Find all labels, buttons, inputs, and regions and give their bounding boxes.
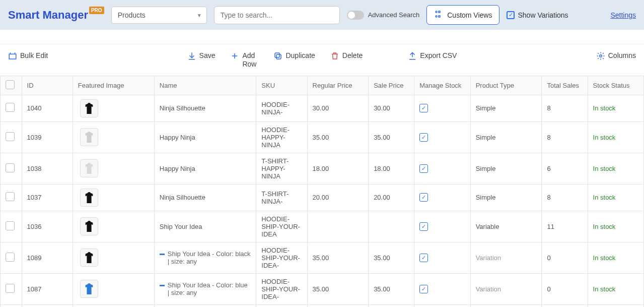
row-checkbox[interactable] — [6, 253, 15, 262]
cell-regular-price[interactable]: 35.00 — [313, 254, 329, 262]
cell-product-type[interactable]: Simple — [476, 134, 496, 141]
cell-stock-status[interactable]: In stock — [593, 165, 616, 172]
manage-stock-checkbox[interactable]: ✓ — [419, 285, 428, 293]
cell-name[interactable]: Ship Your Idea - Color: blue | size: any — [168, 281, 251, 296]
show-variations-checkbox[interactable]: ✓ — [507, 11, 515, 19]
cell-id[interactable]: 1038 — [27, 165, 42, 172]
cell-total-sales[interactable]: 6 — [547, 165, 550, 172]
custom-views-button[interactable]: Custom Views — [426, 5, 499, 25]
cell-id[interactable]: 1040 — [27, 104, 42, 112]
cell-sale-price[interactable]: 30.00 — [374, 104, 390, 112]
cell-regular-price[interactable]: 30.00 — [313, 104, 329, 112]
manage-stock-checkbox[interactable]: ✓ — [419, 133, 428, 142]
add-row-button[interactable]: Add Row — [230, 51, 258, 69]
cell-sale-price[interactable]: 18.00 — [374, 165, 390, 172]
cell-product-type[interactable]: Simple — [476, 194, 496, 201]
columns-button[interactable]: Columns — [596, 51, 636, 60]
col-name[interactable]: Name — [154, 76, 256, 95]
cell-id[interactable]: 1089 — [27, 254, 42, 262]
cell-product-type[interactable]: Variable — [476, 223, 499, 230]
cell-name[interactable]: Ninja Silhouette — [160, 104, 205, 112]
row-checkbox[interactable] — [6, 103, 15, 112]
cell-total-sales[interactable]: 8 — [547, 104, 550, 112]
advanced-search-toggle[interactable] — [347, 11, 364, 20]
cell-sku[interactable]: HOODIE-SHIP-YOUR-IDEA — [261, 215, 300, 238]
manage-stock-checkbox[interactable]: ✓ — [419, 104, 428, 112]
cell-product-type[interactable]: Simple — [476, 165, 496, 172]
featured-image-thumb[interactable] — [80, 189, 98, 207]
gear-icon — [596, 51, 605, 60]
cell-regular-price[interactable]: 18.00 — [313, 165, 329, 172]
cell-stock-status[interactable]: In stock — [593, 104, 616, 112]
col-total-sales[interactable]: Total Sales — [542, 76, 588, 95]
bulk-edit-button[interactable]: Bulk Edit — [8, 51, 48, 60]
search-input[interactable] — [214, 6, 340, 24]
cell-total-sales[interactable]: 8 — [547, 194, 550, 201]
row-checkbox[interactable] — [6, 132, 15, 141]
row-checkbox[interactable] — [6, 163, 15, 172]
manage-stock-checkbox[interactable]: ✓ — [419, 222, 428, 231]
save-button[interactable]: Save — [187, 51, 216, 60]
cell-name[interactable]: Ninja Silhouette — [160, 194, 205, 201]
cell-sku[interactable]: HOODIE-NINJA- — [261, 101, 290, 116]
cell-name[interactable]: Ship Your Idea - Color: black | size: an… — [168, 250, 251, 265]
featured-image-thumb[interactable] — [80, 249, 98, 267]
cell-product-type[interactable]: Variation — [476, 254, 501, 262]
cell-sale-price[interactable]: 35.00 — [374, 254, 390, 262]
row-checkbox[interactable] — [6, 284, 15, 293]
row-checkbox[interactable] — [6, 221, 15, 230]
cell-name[interactable]: Happy Ninja — [160, 165, 195, 172]
cell-sale-price[interactable]: 20.00 — [374, 194, 390, 201]
col-id[interactable]: ID — [22, 76, 73, 95]
col-sale-price[interactable]: Sale Price — [369, 76, 414, 95]
cell-sale-price[interactable]: 35.00 — [374, 134, 390, 141]
featured-image-thumb[interactable] — [80, 128, 98, 146]
cell-sku[interactable]: HOODIE-HAPPY-NINJA — [261, 126, 290, 149]
cell-sale-price[interactable]: 35.00 — [374, 285, 390, 293]
featured-image-thumb[interactable] — [80, 280, 98, 298]
manage-stock-checkbox[interactable]: ✓ — [419, 164, 428, 173]
col-manage-stock[interactable]: Manage Stock — [414, 76, 470, 95]
dashboard-select[interactable]: Products — [111, 7, 207, 24]
cell-total-sales[interactable]: 8 — [547, 134, 550, 141]
cell-product-type[interactable]: Variation — [476, 285, 501, 293]
col-sku[interactable]: SKU — [256, 76, 307, 95]
featured-image-thumb[interactable] — [80, 99, 98, 117]
cell-id[interactable]: 1039 — [27, 134, 42, 141]
settings-link[interactable]: Settings — [610, 11, 636, 19]
export-csv-button[interactable]: Export CSV — [408, 51, 457, 60]
cell-name[interactable]: Happy Ninja — [160, 134, 195, 141]
cell-regular-price[interactable]: 35.00 — [313, 285, 329, 293]
cell-product-type[interactable]: Simple — [476, 104, 496, 112]
duplicate-button[interactable]: Duplicate — [273, 51, 315, 60]
manage-stock-checkbox[interactable]: ✓ — [419, 193, 428, 202]
cell-sku[interactable]: HOODIE-SHIP-YOUR-IDEA- — [261, 247, 300, 269]
col-stock-status[interactable]: Stock Status — [588, 76, 643, 95]
cell-name[interactable]: Ship Your Idea — [160, 223, 202, 230]
cell-stock-status[interactable]: In stock — [593, 194, 616, 201]
cell-stock-status[interactable]: In stock — [593, 223, 616, 230]
cell-stock-status[interactable]: In stock — [593, 134, 616, 141]
cell-regular-price[interactable]: 35.00 — [313, 134, 329, 141]
row-checkbox[interactable] — [6, 192, 15, 201]
col-regular-price[interactable]: Regular Price — [307, 76, 369, 95]
cell-id[interactable]: 1036 — [27, 223, 42, 230]
col-featured-image[interactable]: Featured Image — [73, 76, 154, 95]
cell-stock-status[interactable]: In stock — [593, 254, 616, 262]
cell-stock-status[interactable]: In stock — [593, 285, 616, 293]
cell-regular-price[interactable]: 20.00 — [313, 194, 329, 201]
cell-id[interactable]: 1087 — [27, 285, 42, 293]
manage-stock-checkbox[interactable]: ✓ — [419, 254, 428, 262]
cell-sku[interactable]: T-SHIRT-NINJA- — [261, 190, 289, 205]
cell-total-sales[interactable]: 0 — [547, 254, 550, 262]
cell-total-sales[interactable]: 11 — [547, 223, 554, 230]
delete-button[interactable]: Delete — [330, 51, 363, 60]
featured-image-thumb[interactable] — [80, 159, 98, 177]
col-product-type[interactable]: Product Type — [470, 76, 542, 95]
cell-id[interactable]: 1037 — [27, 194, 42, 201]
cell-total-sales[interactable]: 0 — [547, 285, 550, 293]
cell-sku[interactable]: HOODIE-SHIP-YOUR-IDEA- — [261, 278, 300, 300]
featured-image-thumb[interactable] — [80, 217, 98, 235]
cell-sku[interactable]: T-SHIRT-HAPPY-NINJA — [261, 157, 289, 180]
select-all-checkbox[interactable] — [6, 80, 15, 89]
